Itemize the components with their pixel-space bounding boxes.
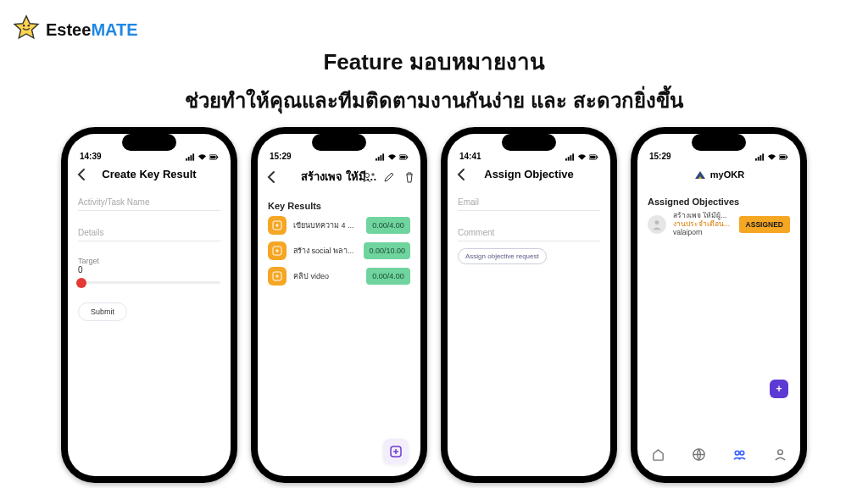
app-logo-icon [693,168,707,181]
phone-frame-1: 14:39 Create Key Result Activity/Task Na… [61,127,237,483]
svg-rect-21 [565,158,567,161]
target-label: Target [78,257,220,265]
phone-notch [502,134,556,151]
kr-progress-badge: 0.00/4.00 [366,268,410,285]
back-button[interactable] [75,167,90,182]
svg-rect-15 [407,156,408,158]
battery-icon [589,153,598,161]
svg-point-38 [739,451,743,455]
svg-rect-4 [191,155,192,160]
svg-rect-22 [568,157,570,161]
svg-point-16 [365,173,370,177]
status-icons [376,153,409,161]
back-button[interactable] [264,169,280,185]
phone-notch [312,134,366,151]
key-result-item[interactable]: เขียนบทความ 4 ... 0.00/4.00 [268,216,410,235]
svg-rect-3 [188,157,190,161]
phone-frame-2: 15:29 สร้างเพจ ให้มีผู้ติ... Key Results [251,127,427,483]
nav-team[interactable] [732,447,747,465]
status-icons [565,153,598,161]
add-kr-fab[interactable] [383,439,409,464]
svg-rect-11 [381,155,382,160]
svg-rect-10 [378,157,380,161]
assigned-line1: สร้างเพจ ให้มีผู้... [673,212,732,220]
kr-icon [268,241,287,260]
add-fab[interactable]: + [770,380,788,398]
status-time: 15:29 [649,152,671,161]
screen-title: Create Key Result [102,168,196,180]
svg-point-37 [735,451,739,455]
phone-showcase: 14:39 Create Key Result Activity/Task Na… [0,127,868,483]
target-slider[interactable] [78,281,220,284]
wifi-icon [577,153,587,161]
app-bar: สร้างเพจ ให้มีผู้ติ... [258,163,420,191]
svg-rect-12 [382,153,384,160]
svg-rect-34 [787,156,787,158]
svg-point-0 [23,25,25,27]
heading-line1: Feature มอบหมายงาน [0,44,868,79]
svg-point-35 [655,220,659,225]
back-button[interactable] [454,167,470,182]
star-icon [12,14,41,47]
status-icons [186,153,219,161]
signal-icon [376,153,385,161]
assigned-line3: valaiporn [673,229,732,237]
svg-rect-30 [760,155,762,160]
svg-point-39 [777,449,782,454]
svg-rect-5 [192,153,194,160]
svg-rect-26 [590,156,595,158]
phone-frame-4: 15:29 myOKR Assigned Objectives [631,127,807,483]
section-title: Assigned Objectives [648,197,790,207]
assigned-objective-item[interactable]: สร้างเพจ ให้มีผู้... งานประจำเดือน... va… [648,212,790,236]
activity-input[interactable]: Activity/Task Name [78,192,220,211]
phone-notch [692,134,746,151]
page-heading: Feature มอบหมายงาน ช่วยทำให้คุณและทีมติด… [0,44,868,117]
svg-rect-27 [597,156,598,158]
battery-icon [399,153,409,161]
status-icons [755,153,788,161]
key-result-item[interactable]: คลิป video 0.00/4.00 [268,267,410,286]
slider-thumb[interactable] [76,278,86,288]
status-time: 14:39 [80,152,102,161]
edit-icon[interactable] [383,171,395,183]
comment-input[interactable]: Comment [458,223,600,241]
assigned-status-badge: ASSIGNED [739,216,790,233]
kr-progress-badge: 0.00/4.00 [366,217,410,234]
signal-icon [186,153,195,161]
svg-rect-23 [570,155,572,160]
nav-home[interactable] [651,447,665,465]
assign-icon[interactable] [363,171,375,183]
section-title: Key Results [268,201,410,211]
status-time: 14:41 [459,152,481,161]
kr-icon [268,216,287,235]
nav-profile[interactable] [773,447,787,465]
key-result-item[interactable]: สร้าง social พลา... 0.00/10.00 [268,241,410,260]
svg-point-1 [28,25,31,27]
assigned-line2: งานประจำเดือน... [673,220,732,229]
email-input[interactable]: Email [458,192,600,211]
nav-globe[interactable] [692,447,706,465]
signal-icon [565,153,575,161]
wifi-icon [198,153,207,161]
target-value: 0 [78,265,220,274]
status-time: 15:29 [270,152,292,161]
app-title: myOKR [710,169,744,180]
phone-frame-3: 14:41 Assign Objective Email Comment Ass… [441,127,617,483]
brand-text-2: MATE [91,20,137,39]
details-input[interactable]: Details [78,223,220,241]
signal-icon [755,153,765,161]
app-bar: Assign Objective [448,163,610,186]
kr-label: คลิป video [293,270,359,282]
svg-rect-7 [210,156,215,158]
wifi-icon [387,153,397,161]
assign-request-button[interactable]: Assign objective request [458,248,547,264]
submit-button[interactable]: Submit [78,302,127,321]
delete-icon[interactable] [403,171,415,183]
svg-rect-31 [762,153,764,160]
battery-icon [209,153,219,161]
svg-rect-9 [376,158,377,161]
kr-icon [268,267,287,286]
kr-label: เขียนบทความ 4 ... [293,219,359,231]
kr-label: สร้าง social พลา... [293,245,357,257]
svg-rect-14 [400,156,405,158]
